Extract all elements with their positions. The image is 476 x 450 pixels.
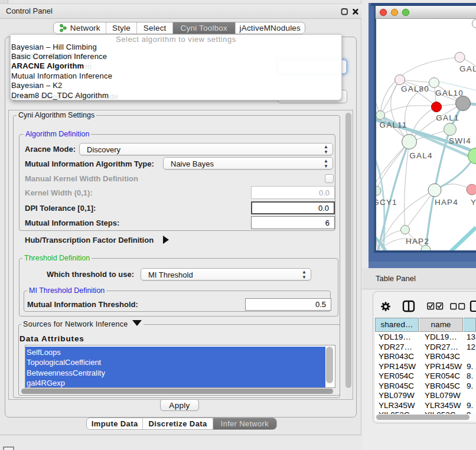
svg-text:GAL4: GAL4 (409, 151, 432, 160)
svg-text:GAL10: GAL10 (435, 89, 464, 97)
svg-text:GAL7: GAL7 (459, 64, 476, 73)
svg-text:Y: Y (471, 198, 476, 207)
svg-text:GAL1: GAL1 (436, 113, 459, 122)
svg-text:SWI4: SWI4 (449, 136, 471, 145)
svg-text:HAP2: HAP2 (406, 237, 429, 246)
svg-text:GAL80: GAL80 (401, 84, 429, 93)
svg-text:GCY1: GCY1 (376, 198, 397, 207)
svg-text:HAP4: HAP4 (435, 198, 458, 207)
svg-text:GAL11: GAL11 (379, 120, 407, 129)
